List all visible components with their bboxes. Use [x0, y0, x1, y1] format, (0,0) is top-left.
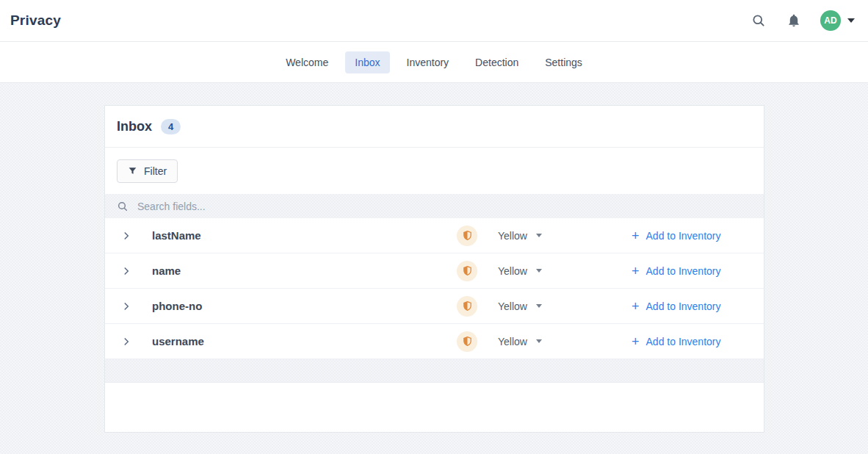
top-bar-actions: AD	[750, 10, 855, 31]
field-name: name	[152, 264, 457, 277]
app-title: Privacy	[10, 12, 61, 29]
classification-dropdown[interactable]: Yellow	[488, 300, 574, 312]
dropdown-caret-icon	[536, 339, 542, 343]
add-to-inventory-button[interactable]: + Add to Inventory	[632, 300, 734, 313]
add-to-inventory-label: Add to Inventory	[646, 230, 721, 242]
plus-icon: +	[632, 335, 640, 348]
search-fields-icon	[117, 201, 129, 212]
expand-chevron-icon[interactable]	[120, 301, 133, 311]
table-row: lastName Yellow + Add to Inventory	[105, 218, 764, 253]
plus-icon: +	[632, 264, 640, 278]
inbox-card: Inbox 4 Filter	[104, 105, 764, 433]
filter-button-label: Filter	[144, 165, 167, 177]
search-fields-bar	[105, 194, 764, 218]
table-row: name Yellow + Add to Inventory	[105, 253, 764, 289]
filter-button[interactable]: Filter	[117, 159, 178, 183]
notifications-bell-icon[interactable]	[785, 12, 803, 29]
dropdown-caret-icon	[536, 234, 542, 237]
main-nav: Welcome Inbox Inventory Detection Settin…	[0, 42, 868, 83]
shield-icon	[457, 226, 477, 246]
field-name: lastName	[152, 229, 457, 242]
plus-icon: +	[632, 229, 640, 242]
add-to-inventory-button[interactable]: + Add to Inventory	[632, 229, 734, 242]
expand-chevron-icon[interactable]	[120, 266, 133, 276]
expand-chevron-icon[interactable]	[120, 231, 133, 241]
plus-icon: +	[632, 300, 640, 313]
shield-icon	[457, 261, 477, 281]
tab-welcome[interactable]: Welcome	[276, 51, 338, 73]
field-name: phone-no	[152, 300, 457, 312]
dropdown-caret-icon	[536, 304, 542, 308]
classification-dropdown[interactable]: Yellow	[488, 336, 574, 347]
classification-dropdown[interactable]: Yellow	[488, 265, 574, 277]
expand-chevron-icon[interactable]	[120, 336, 133, 347]
add-to-inventory-button[interactable]: + Add to Inventory	[632, 335, 734, 348]
shield-icon	[457, 296, 477, 317]
add-to-inventory-label: Add to Inventory	[646, 265, 721, 277]
table-row: username Yellow + Add to Inventory	[105, 324, 764, 359]
classification-value: Yellow	[498, 336, 527, 347]
classification-value: Yellow	[498, 265, 527, 277]
shield-icon	[457, 331, 477, 352]
tab-detection[interactable]: Detection	[466, 51, 528, 73]
dropdown-caret-icon	[536, 269, 542, 273]
inbox-title: Inbox	[117, 119, 152, 134]
avatar[interactable]: AD	[820, 10, 841, 31]
field-name: username	[152, 335, 457, 347]
user-menu-caret-icon	[847, 18, 855, 23]
inbox-card-header: Inbox 4	[105, 106, 764, 148]
user-menu[interactable]: AD	[820, 10, 855, 31]
tab-inbox[interactable]: Inbox	[345, 51, 389, 73]
privacy-app: Privacy AD Welcome Inbox Inventory Detec…	[0, 0, 868, 454]
top-bar: Privacy AD	[0, 0, 868, 42]
inbox-card-footer	[105, 383, 764, 432]
search-icon[interactable]	[750, 12, 767, 29]
search-fields-input[interactable]	[137, 201, 752, 212]
add-to-inventory-button[interactable]: + Add to Inventory	[632, 264, 734, 278]
table-row: phone-no Yellow + Add to Inventory	[105, 289, 764, 324]
tab-settings[interactable]: Settings	[535, 51, 592, 73]
classification-value: Yellow	[498, 230, 527, 242]
classification-value: Yellow	[498, 300, 527, 312]
table-empty-band	[105, 359, 764, 383]
add-to-inventory-label: Add to Inventory	[646, 300, 721, 312]
funnel-icon	[128, 166, 137, 176]
tab-inventory[interactable]: Inventory	[397, 51, 459, 73]
classification-dropdown[interactable]: Yellow	[488, 230, 574, 242]
inbox-count-badge: 4	[161, 119, 181, 134]
add-to-inventory-label: Add to Inventory	[646, 336, 721, 347]
filter-toolbar: Filter	[105, 148, 764, 194]
